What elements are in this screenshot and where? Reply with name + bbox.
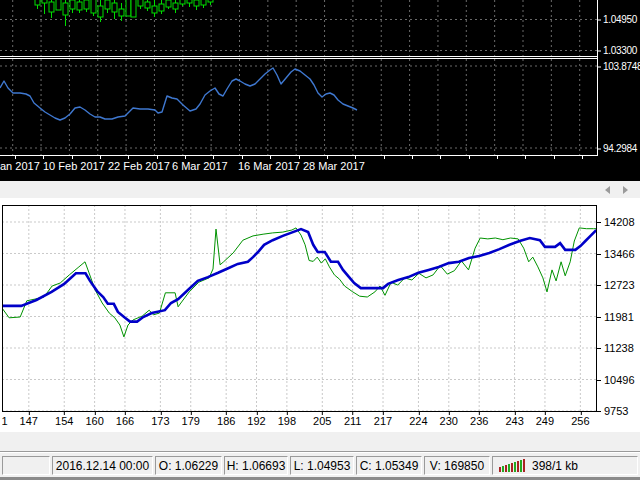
- date-tick: [299, 156, 300, 159]
- date-tick: [185, 156, 186, 159]
- tester-y-label: 14208: [597, 216, 635, 228]
- date-tick: [525, 156, 526, 159]
- tester-x-label: 147: [20, 415, 38, 427]
- tester-x-label: 173: [151, 415, 169, 427]
- date-tick: [355, 156, 356, 159]
- tester-y-label: 10496: [597, 374, 635, 386]
- metatrader-window: 1.049501.03300103.874894.2984 an 201710 …: [0, 0, 640, 480]
- date-tick: [327, 156, 328, 159]
- indicator-chart[interactable]: [0, 59, 597, 155]
- date-tick: [100, 156, 101, 159]
- scroll-right-icon[interactable]: [623, 186, 628, 194]
- tester-x-label: 198: [278, 415, 296, 427]
- date-tick: [554, 156, 555, 159]
- tester-x-label: 205: [313, 415, 331, 427]
- date-label: 6 Mar 2017: [172, 160, 228, 172]
- tester-x-label: 217: [374, 415, 392, 427]
- price-label: 94.2984: [598, 143, 637, 154]
- status-connection: 398/1 kb: [492, 456, 638, 475]
- tester-x-label: 141: [2, 415, 8, 427]
- tester-panel-strip: [0, 432, 640, 452]
- date-label: 28 Mar 2017: [303, 160, 365, 172]
- scroll-strip[interactable]: [0, 181, 640, 199]
- tester-x-label: 243: [505, 415, 523, 427]
- date-tick: [72, 156, 73, 159]
- status-bar: 2016.12.14 00:00 O: 1.06229 H: 1.06693 L…: [0, 451, 640, 477]
- tester-x-label: 256: [571, 415, 589, 427]
- tester-x-axis: 1411471541601661731791861921982052112172…: [2, 412, 597, 430]
- date-tick: [412, 156, 413, 159]
- tester-x-label: 249: [536, 415, 554, 427]
- date-tick: [270, 156, 271, 159]
- price-axis[interactable]: 1.049501.03300103.874894.2984: [597, 0, 640, 155]
- price-label: 103.8748: [598, 61, 640, 72]
- date-label: 16 Mar 2017: [238, 160, 300, 172]
- tester-x-label: 160: [85, 415, 103, 427]
- date-tick: [43, 156, 44, 159]
- date-tick: [213, 156, 214, 159]
- status-low: L: 1.04953: [290, 456, 354, 475]
- candlestick-chart[interactable]: [0, 0, 597, 56]
- status-datetime: 2016.12.14 00:00: [52, 456, 153, 475]
- tester-x-label: 230: [440, 415, 458, 427]
- date-tick: [582, 156, 583, 159]
- tester-x-label: 186: [217, 415, 235, 427]
- tester-balance-chart[interactable]: [2, 205, 597, 412]
- date-label: 10 Feb 2017: [43, 160, 105, 172]
- date-tick: [157, 156, 158, 159]
- status-close: C: 1.05349: [356, 456, 422, 475]
- tester-x-label: 211: [344, 415, 362, 427]
- tester-x-label: 236: [470, 415, 488, 427]
- date-tick: [469, 156, 470, 159]
- tester-y-label: 11238: [597, 342, 634, 354]
- tester-x-label: 179: [182, 415, 200, 427]
- status-open: O: 1.06229: [155, 456, 222, 475]
- status-traffic: 398/1 kb: [532, 459, 578, 473]
- network-status-icon: [499, 459, 526, 472]
- date-tick: [242, 156, 243, 159]
- date-tick: [497, 156, 498, 159]
- date-tick: [128, 156, 129, 159]
- date-tick: [440, 156, 441, 159]
- price-chart-window: 1.049501.03300103.874894.2984 an 201710 …: [0, 0, 640, 181]
- scroll-left-icon[interactable]: [605, 186, 610, 194]
- status-cell-empty: [2, 456, 50, 475]
- tester-x-label: 192: [247, 415, 265, 427]
- date-label: an 2017: [0, 160, 40, 172]
- tester-y-label: 12723: [597, 279, 635, 291]
- date-tick: [384, 156, 385, 159]
- date-label: 22 Feb 2017: [108, 160, 170, 172]
- tester-x-label: 166: [116, 415, 134, 427]
- date-tick: [15, 156, 16, 159]
- status-volume: V: 169850: [424, 456, 490, 475]
- tester-y-axis: 1420813466127231198111238104969753: [597, 205, 640, 420]
- tester-y-label: 9753: [597, 405, 628, 417]
- tester-y-label: 11981: [597, 311, 634, 323]
- date-axis[interactable]: an 201710 Feb 201722 Feb 20176 Mar 20171…: [0, 156, 597, 181]
- price-label: 1.03300: [598, 45, 637, 56]
- price-label: 1.04950: [598, 14, 637, 25]
- tester-x-label: 154: [55, 415, 73, 427]
- tester-y-label: 13466: [597, 248, 635, 260]
- tester-x-label: 224: [409, 415, 427, 427]
- status-high: H: 1.06693: [224, 456, 288, 475]
